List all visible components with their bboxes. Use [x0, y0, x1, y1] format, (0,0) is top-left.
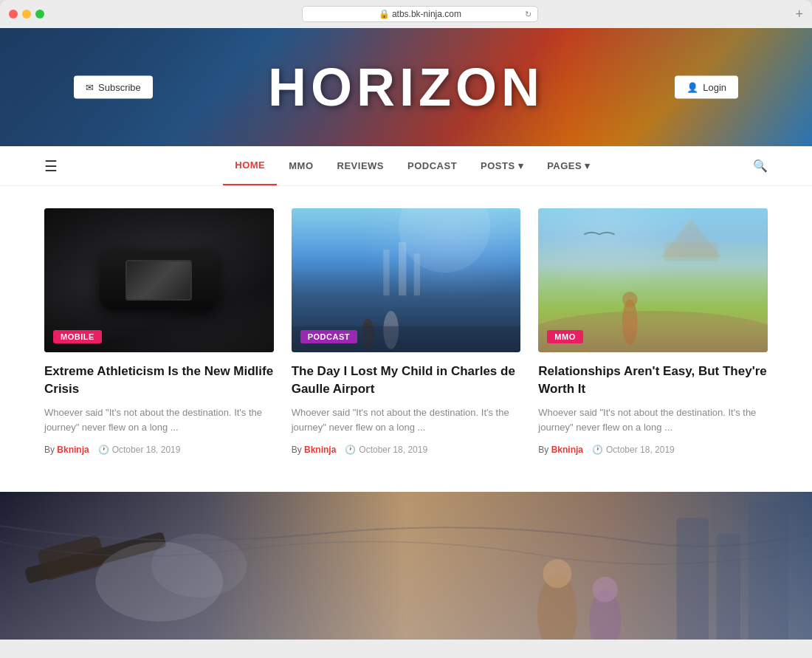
address-bar-container: 🔒 atbs.bk-ninja.com ↻ [50, 6, 789, 22]
category-badge-1: MOBILE [53, 330, 102, 343]
card-3-excerpt: Whoever said "It's not about the destina… [538, 405, 768, 436]
main-navbar: ☰ HOME MMO REVIEWS PODCAST POSTS [0, 146, 812, 186]
minimize-button[interactable] [22, 10, 31, 18]
hero-header: ✉ Subscribe HORIZON 👤 Login [0, 28, 812, 146]
envelope-icon: ✉ [86, 82, 94, 93]
card-1-date: 🕐 October 18, 2019 [98, 445, 181, 455]
card-3-image-wrap: MMO [538, 208, 768, 352]
user-icon: 👤 [687, 82, 698, 93]
category-badge-2: PODCAST [300, 330, 357, 343]
card-1-author: By Bkninja [44, 445, 89, 455]
url-text: atbs.bk-ninja.com [392, 9, 461, 19]
reload-icon[interactable]: ↻ [525, 10, 531, 19]
new-tab-button[interactable]: + [795, 7, 803, 22]
card-1-excerpt: Whoever said "It's not about the destina… [44, 405, 274, 436]
browser-window: 🔒 atbs.bk-ninja.com ↻ + ✉ Subscribe HORI… [0, 0, 812, 658]
svg-point-23 [592, 577, 618, 603]
clock-icon-1: 🕐 [98, 445, 109, 455]
svg-rect-2 [383, 250, 389, 295]
pages-dropdown: PAGES ▾ [547, 160, 591, 171]
nav-link-home[interactable]: HOME [223, 146, 277, 185]
subscribe-button[interactable]: ✉ Subscribe [74, 76, 153, 99]
nav-link-pages[interactable]: PAGES ▾ [535, 147, 602, 185]
card-3-meta: By Bkninja 🕐 October 18, 2019 [538, 445, 768, 455]
card-2-meta: By Bkninja 🕐 October 18, 2019 [292, 445, 521, 455]
svg-rect-10 [664, 242, 718, 261]
article-cards-grid: MOBILE Extreme Athleticism Is the New Mi… [44, 208, 768, 455]
nav-link-posts[interactable]: POSTS ▾ [469, 147, 535, 185]
card-3-body: Relationships Aren't Easy, But They're W… [538, 352, 768, 455]
svg-point-13 [622, 292, 638, 307]
card-1-image-wrap: MOBILE [44, 208, 274, 352]
category-badge-3: MMO [547, 330, 582, 343]
psp-body [100, 251, 218, 310]
subscribe-label: Subscribe [98, 82, 141, 93]
svg-rect-25 [717, 534, 740, 640]
svg-point-21 [543, 560, 571, 589]
nav-item-pages[interactable]: PAGES ▾ [535, 147, 602, 185]
nav-link-reviews[interactable]: REVIEWS [326, 147, 396, 185]
chevron-down-icon: ▾ [518, 160, 524, 171]
hamburger-menu[interactable]: ☰ [44, 157, 58, 175]
nav-item-mmo[interactable]: MMO [277, 147, 325, 185]
chevron-down-icon-2: ▾ [585, 160, 591, 171]
nav-item-podcast[interactable]: PODCAST [396, 147, 469, 185]
card-1-body: Extreme Athleticism Is the New Midlife C… [44, 352, 274, 455]
svg-rect-24 [677, 518, 709, 640]
card-3-date: 🕐 October 18, 2019 [592, 445, 675, 455]
browser-content: ✉ Subscribe HORIZON 👤 Login ☰ HOME MMO R… [0, 28, 812, 640]
svg-rect-3 [399, 242, 406, 295]
card-2-body: The Day I Lost My Child in Charles de Ga… [292, 352, 521, 455]
login-label: Login [703, 82, 726, 93]
article-card-1: MOBILE Extreme Athleticism Is the New Mi… [44, 208, 274, 455]
card-1-meta: By Bkninja 🕐 October 18, 2019 [44, 445, 274, 455]
card-2-excerpt: Whoever said "It's not about the destina… [292, 405, 521, 436]
nav-item-reviews[interactable]: REVIEWS [326, 147, 396, 185]
card-2-image-wrap: PODCAST [292, 208, 521, 352]
close-button[interactable] [9, 10, 18, 18]
posts-dropdown: POSTS ▾ [481, 160, 523, 171]
browser-titlebar: 🔒 atbs.bk-ninja.com ↻ + [0, 6, 812, 28]
svg-rect-26 [749, 502, 788, 640]
lock-icon: 🔒 [379, 9, 390, 19]
svg-point-19 [151, 534, 247, 597]
psp-screen [125, 260, 192, 301]
card-2-author: By Bkninja [292, 445, 337, 455]
article-card-3: MMO Relationships Aren't Easy, But They'… [538, 208, 768, 455]
address-bar[interactable]: 🔒 atbs.bk-ninja.com ↻ [302, 6, 538, 22]
clock-icon-3: 🕐 [592, 445, 603, 455]
card-3-title[interactable]: Relationships Aren't Easy, But They're W… [538, 363, 768, 398]
nav-item-posts[interactable]: POSTS ▾ [469, 147, 535, 185]
clock-icon-2: 🕐 [345, 445, 356, 455]
article-card-2: PODCAST The Day I Lost My Child in Charl… [292, 208, 521, 455]
main-content: MOBILE Extreme Athleticism Is the New Mi… [0, 186, 812, 492]
nav-links: HOME MMO REVIEWS PODCAST POSTS ▾ [72, 146, 753, 185]
svg-rect-4 [413, 253, 419, 295]
nav-link-mmo[interactable]: MMO [277, 147, 325, 185]
nav-item-home[interactable]: HOME [223, 146, 277, 185]
nav-link-podcast[interactable]: PODCAST [396, 147, 469, 185]
card-2-date: 🕐 October 18, 2019 [345, 445, 427, 455]
maximize-button[interactable] [35, 10, 44, 18]
card-3-author: By Bkninja [538, 445, 583, 455]
login-button[interactable]: 👤 Login [675, 76, 738, 99]
bottom-hero-image [0, 492, 812, 640]
bottom-image-svg [0, 492, 812, 640]
window-controls [9, 10, 44, 18]
card-1-title[interactable]: Extreme Athleticism Is the New Midlife C… [44, 363, 274, 398]
search-button[interactable]: 🔍 [753, 159, 768, 173]
site-title: HORIZON [268, 57, 544, 117]
card-2-title[interactable]: The Day I Lost My Child in Charles de Ga… [292, 363, 521, 398]
